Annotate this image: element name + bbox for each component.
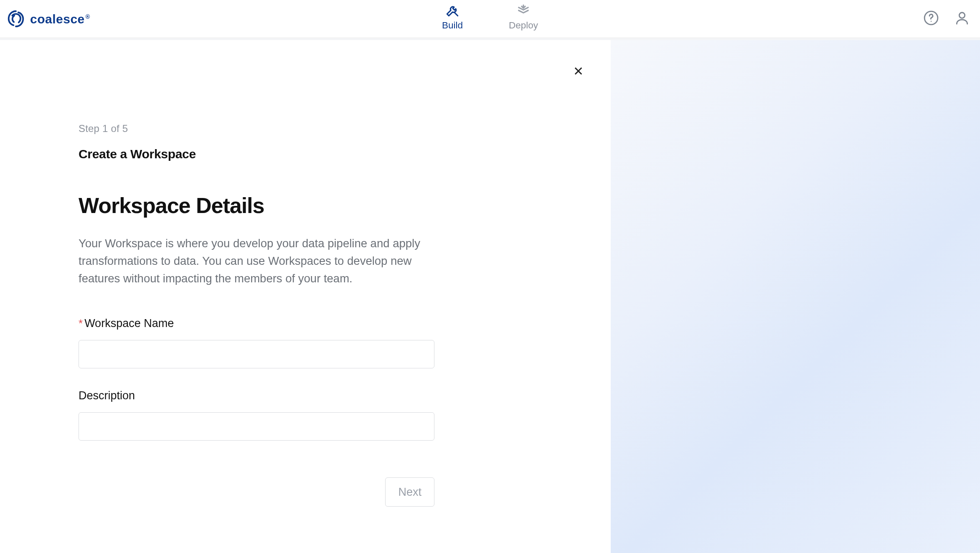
svg-point-1 xyxy=(931,21,932,22)
close-button[interactable]: ✕ xyxy=(573,65,584,78)
workspace-name-label-text: Workspace Name xyxy=(84,317,174,330)
field-workspace-name: *Workspace Name xyxy=(79,317,434,368)
app-header: coalesce® Build Deploy xyxy=(0,0,980,38)
wizard-pane: ✕ Step 1 of 5 Create a Workspace Workspa… xyxy=(0,40,611,553)
illustration-pane xyxy=(611,40,980,553)
description-label: Description xyxy=(79,389,434,402)
swirl-icon xyxy=(6,9,26,29)
page-heading: Workspace Details xyxy=(79,193,434,218)
help-button[interactable] xyxy=(923,10,939,28)
user-icon xyxy=(954,10,970,28)
close-icon: ✕ xyxy=(573,64,584,78)
field-description: Description xyxy=(79,389,434,441)
nav-tab-build-label: Build xyxy=(442,20,463,31)
next-button[interactable]: Next xyxy=(385,477,434,507)
nav-tab-deploy-label: Deploy xyxy=(509,20,538,31)
deploy-icon xyxy=(516,3,531,18)
tools-icon xyxy=(445,3,460,18)
nav-tab-build[interactable]: Build xyxy=(442,3,463,31)
workspace-name-label: *Workspace Name xyxy=(79,317,434,330)
brand-wordmark: coalesce® xyxy=(30,12,90,26)
help-circle-icon xyxy=(923,10,939,28)
header-actions xyxy=(923,10,970,28)
wizard-actions: Next xyxy=(79,477,434,507)
step-indicator: Step 1 of 5 xyxy=(79,123,434,134)
page-description: Your Workspace is where you develop your… xyxy=(79,235,434,287)
workspace-name-input[interactable] xyxy=(79,340,434,368)
user-menu-button[interactable] xyxy=(954,10,970,28)
required-star: * xyxy=(79,317,83,330)
wizard-form: Step 1 of 5 Create a Workspace Workspace… xyxy=(0,123,451,507)
wizard-title: Create a Workspace xyxy=(79,147,434,161)
nav-tab-deploy[interactable]: Deploy xyxy=(509,3,538,31)
main-content: ✕ Step 1 of 5 Create a Workspace Workspa… xyxy=(0,40,980,553)
brand-block[interactable]: coalesce® xyxy=(6,9,90,29)
description-input[interactable] xyxy=(79,412,434,441)
top-nav: Build Deploy xyxy=(442,3,538,31)
svg-point-2 xyxy=(959,13,965,18)
